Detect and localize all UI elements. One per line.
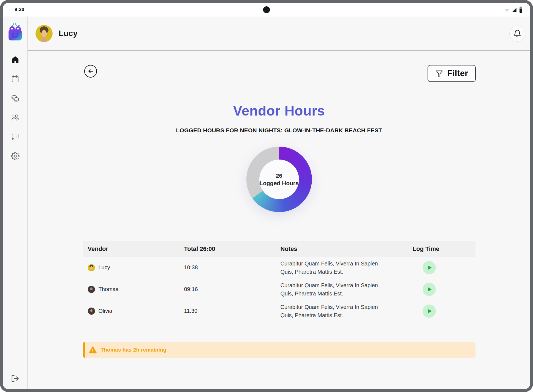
bell-icon <box>513 29 521 38</box>
camera-hole <box>263 6 270 13</box>
page-subtitle: LOGGED HOURS FOR NEON NIGHTS: GLOW-IN-TH… <box>28 127 530 133</box>
user-avatar[interactable] <box>36 25 53 42</box>
chat-icon <box>11 132 20 141</box>
vendor-cell: Lucy <box>83 264 179 271</box>
sidebar <box>3 17 28 389</box>
wifi-icon <box>504 7 510 13</box>
gift-bag-logo <box>6 22 24 42</box>
gear-icon <box>11 152 20 160</box>
total-cell: 11:30 <box>179 308 276 314</box>
vendor-cell: Thomas <box>83 286 179 293</box>
col-header-total: Total 26:00 <box>179 245 276 253</box>
notifications-button[interactable] <box>509 26 525 42</box>
total-cell: 10:38 <box>179 264 276 271</box>
vendor-cell: Olivia <box>83 308 179 315</box>
signal-icon <box>511 7 517 13</box>
col-header-notes: Notes <box>276 245 408 253</box>
home-icon <box>11 55 20 64</box>
table-row: Lucy 10:38 Curabitur Quam Felis, Viverra… <box>83 257 475 278</box>
vendor-name: Thomas <box>99 286 118 292</box>
play-icon <box>426 308 433 315</box>
log-time-cell <box>408 283 475 296</box>
back-arrow-icon <box>87 68 94 75</box>
users-icon <box>11 113 20 122</box>
battery-icon <box>519 6 523 13</box>
avatar <box>88 286 95 293</box>
col-header-vendor: Vendor <box>83 245 179 253</box>
sidebar-item-messages[interactable] <box>10 132 20 141</box>
vendor-name: Olivia <box>99 308 112 314</box>
total-cell: 09:16 <box>179 286 276 292</box>
page-title: Vendor Hours <box>28 103 530 119</box>
main-area: Lucy <box>28 17 530 389</box>
calendar-icon <box>11 75 20 83</box>
notes-cell: Curabitur Quam Felis, Viverra In Sapien … <box>276 281 382 298</box>
logged-hours-chart: 26 Logged Hours <box>246 147 312 212</box>
logout-icon <box>11 374 19 383</box>
notes-cell: Curabitur Quam Felis, Viverra In Sapien … <box>276 259 382 276</box>
sidebar-item-home[interactable] <box>10 55 20 64</box>
avatar <box>88 264 95 271</box>
funnel-icon <box>435 69 444 78</box>
page-content: Filter Vendor Hours LOGGED HOURS FOR NEO… <box>28 51 530 389</box>
donut-center: 26 Logged Hours <box>259 160 299 199</box>
sidebar-item-vendors[interactable] <box>10 113 20 122</box>
avatar <box>88 308 95 315</box>
play-icon <box>426 286 433 293</box>
donut-center-label: Logged Hours <box>259 180 298 187</box>
sidebar-item-settings[interactable] <box>10 151 20 161</box>
warning-text: Thomas has 2h remaining <box>101 347 167 353</box>
status-bar: 9:30 <box>3 3 530 17</box>
sidebar-nav <box>10 55 20 161</box>
log-time-play-button[interactable] <box>423 261 436 274</box>
clock: 9:30 <box>15 7 24 12</box>
filter-label: Filter <box>447 68 468 78</box>
log-time-play-button[interactable] <box>423 283 436 296</box>
status-icons <box>504 6 523 13</box>
log-time-cell <box>408 261 475 274</box>
notes-cell: Curabitur Quam Felis, Viverra In Sapien … <box>276 303 382 319</box>
toolbar: Filter <box>28 51 530 82</box>
table-row: Thomas 09:16 Curabitur Quam Felis, Viver… <box>83 278 475 300</box>
warning-banner: Thomas has 2h remaining <box>83 342 475 358</box>
screen: 9:30 <box>3 3 530 389</box>
table-header-row: Vendor Total 26:00 Notes Log Time <box>83 241 475 257</box>
play-icon <box>426 264 433 271</box>
table-row: Olivia 11:30 Curabitur Quam Felis, Viver… <box>83 300 475 322</box>
sidebar-item-calendar[interactable] <box>10 74 20 84</box>
warning-triangle-icon <box>89 346 97 354</box>
user-name: Lucy <box>59 29 78 38</box>
top-header: Lucy <box>28 17 530 51</box>
sidebar-item-finances[interactable] <box>10 94 20 103</box>
col-header-log-time: Log Time <box>408 245 475 253</box>
filter-button[interactable]: Filter <box>428 65 476 82</box>
back-button[interactable] <box>84 65 97 78</box>
device-frame: 9:30 <box>0 0 533 392</box>
app-shell: Lucy <box>3 17 530 389</box>
logout-button[interactable] <box>10 374 20 383</box>
donut-center-value: 26 <box>276 172 282 179</box>
vendor-name: Lucy <box>99 264 110 271</box>
log-time-cell <box>408 305 475 318</box>
log-time-play-button[interactable] <box>423 305 436 318</box>
coins-icon <box>11 94 20 103</box>
vendor-hours-table: Vendor Total 26:00 Notes Log Time Lucy 1… <box>83 241 475 322</box>
